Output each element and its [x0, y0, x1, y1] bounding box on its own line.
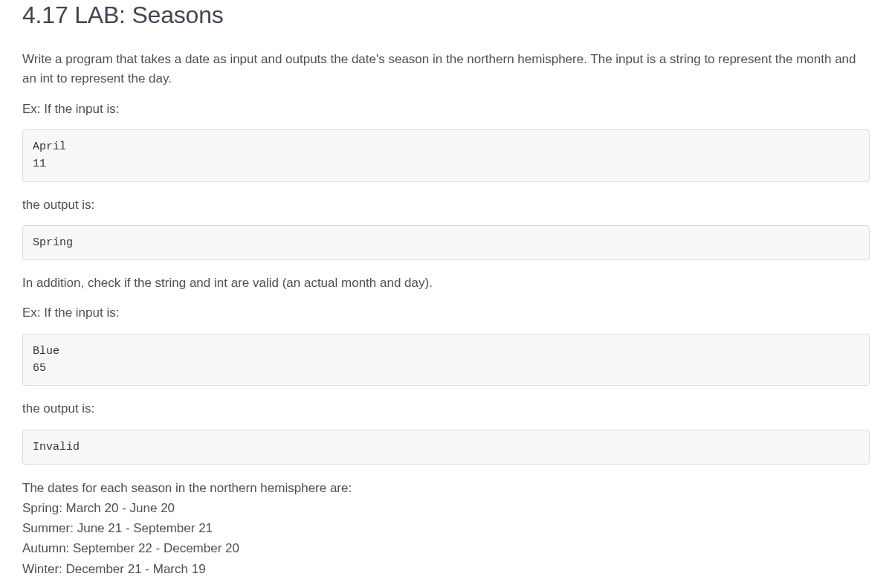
example-1-output: Spring [22, 225, 870, 260]
example-2-output: Invalid [22, 430, 870, 465]
seasons-list: The dates for each season in the norther… [22, 478, 870, 579]
example-2-label: Ex: If the input is: [22, 303, 870, 323]
output-2-label: the output is: [22, 399, 870, 419]
output-1-label: the output is: [22, 196, 870, 215]
example-2-input: Blue 65 [22, 334, 870, 387]
intro-paragraph: Write a program that takes a date as inp… [22, 50, 870, 89]
example-1-label: Ex: If the input is: [22, 100, 870, 119]
validation-paragraph: In addition, check if the string and int… [22, 274, 870, 293]
page-title: 4.17 LAB: Seasons [22, 1, 870, 29]
example-1-input: April 11 [22, 129, 870, 182]
